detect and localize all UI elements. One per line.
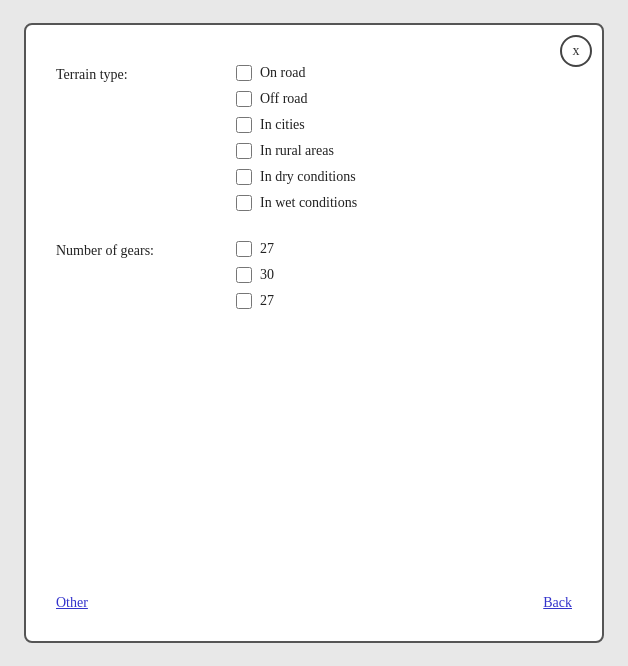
terrain-option-dry-conditions[interactable]: In dry conditions <box>236 169 357 185</box>
terrain-label: Terrain type: <box>56 65 236 83</box>
terrain-checkbox-dry-conditions[interactable] <box>236 169 252 185</box>
terrain-option-wet-conditions[interactable]: In wet conditions <box>236 195 357 211</box>
footer-links: Other Back <box>56 595 572 611</box>
other-link[interactable]: Other <box>56 595 88 611</box>
gears-checkboxes: 27 30 27 <box>236 241 274 309</box>
gears-checkbox-30[interactable] <box>236 267 252 283</box>
dialog-content: Terrain type: On road Off road In cities… <box>26 25 602 369</box>
terrain-checkbox-in-cities[interactable] <box>236 117 252 133</box>
gears-field-row: Number of gears: 27 30 27 <box>56 241 572 309</box>
terrain-checkbox-in-rural[interactable] <box>236 143 252 159</box>
terrain-option-in-rural[interactable]: In rural areas <box>236 143 357 159</box>
back-link[interactable]: Back <box>543 595 572 611</box>
terrain-option-off-road[interactable]: Off road <box>236 91 357 107</box>
gears-label: Number of gears: <box>56 241 236 259</box>
gears-checkbox-27a[interactable] <box>236 241 252 257</box>
gears-option-27a[interactable]: 27 <box>236 241 274 257</box>
terrain-option-in-cities[interactable]: In cities <box>236 117 357 133</box>
terrain-field-row: Terrain type: On road Off road In cities… <box>56 65 572 211</box>
gears-option-27b[interactable]: 27 <box>236 293 274 309</box>
gears-option-30[interactable]: 30 <box>236 267 274 283</box>
terrain-checkbox-wet-conditions[interactable] <box>236 195 252 211</box>
terrain-checkboxes: On road Off road In cities In rural area… <box>236 65 357 211</box>
gears-checkbox-27b[interactable] <box>236 293 252 309</box>
terrain-checkbox-on-road[interactable] <box>236 65 252 81</box>
dialog: x Terrain type: On road Off road In citi… <box>24 23 604 643</box>
terrain-option-on-road[interactable]: On road <box>236 65 357 81</box>
terrain-checkbox-off-road[interactable] <box>236 91 252 107</box>
close-button[interactable]: x <box>560 35 592 67</box>
